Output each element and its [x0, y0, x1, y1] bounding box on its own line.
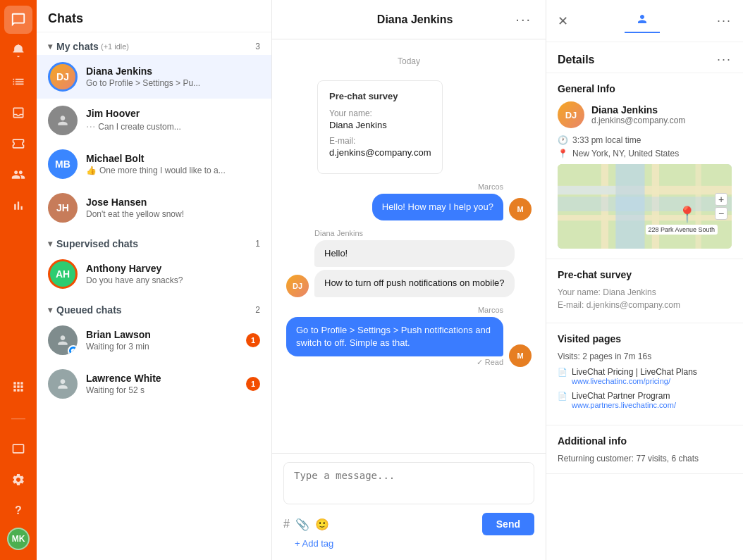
nav-icon-help[interactable]: ?	[4, 497, 32, 525]
avatar	[48, 369, 78, 399]
page-url[interactable]: www.livechatinc.com/pricing/	[572, 377, 697, 385]
tab-details[interactable]	[625, 8, 660, 33]
message-bubble: How to turn off push notifications on mo…	[314, 270, 515, 297]
map-zoom-in[interactable]: +	[715, 193, 727, 206]
left-navigation: — ? MK	[0, 0, 37, 560]
clock-icon: 🕐	[558, 135, 568, 145]
survey-email-value: d.jenkins@company.com	[329, 147, 431, 158]
message-bubble: Go to Profile > Settings > Push notifica…	[286, 317, 503, 356]
chat-input-area: # 📎 🙂 Send + Add tag	[272, 453, 546, 560]
nav-icon-customers[interactable]	[4, 161, 32, 189]
messenger-icon	[68, 345, 78, 355]
user-avatar-chat: DJ	[286, 275, 309, 297]
chat-item-brian[interactable]: Brian Lawson Waiting for 3 min 1	[37, 318, 271, 362]
general-info-section: General Info DJ Diana Jenkins d.jenkins@…	[546, 73, 743, 259]
chat-header-name: Diana Jenkins	[314, 13, 515, 26]
user-email: d.jenkins@company.com	[591, 116, 685, 125]
nav-icon-widget[interactable]	[4, 435, 32, 463]
chat-list: Chats ▾ My chats (+1 idle) 3 DJ Diana Je…	[37, 0, 272, 560]
location: New York, NY, United States	[572, 149, 679, 158]
chat-item-jose[interactable]: JH Jose Hansen Don't eat the yellow snow…	[37, 186, 271, 230]
date-divider: Today	[286, 56, 532, 66]
visited-page-item: 📄 LiveChat Partner Program www.partners.…	[558, 391, 732, 409]
survey-name-label: Your name:	[329, 108, 431, 118]
nav-icon-divider: —	[4, 404, 32, 432]
chat-item-preview: Go to Profile > Settings > Pu...	[86, 78, 260, 88]
additional-info-section: Additional info Returning customer: 77 v…	[546, 425, 743, 474]
survey-title: Pre-chat survey	[329, 91, 431, 101]
visits-count: Visits: 2 pages in 7m 16s	[558, 351, 732, 361]
idle-badge: (+1 idle)	[99, 42, 129, 51]
page-title: LiveChat Partner Program	[572, 391, 676, 401]
message-row: M Marcos Hello! How may I help you?	[286, 182, 532, 220]
unread-badge: 1	[246, 333, 260, 347]
close-button[interactable]: ✕	[558, 13, 568, 29]
chat-main: Diana Jenkins ··· Today Pre-chat survey …	[272, 0, 546, 560]
panel-more-button[interactable]: ···	[717, 13, 732, 28]
add-tag-button[interactable]: + Add tag	[283, 535, 534, 552]
chat-item-preview: Do you have any snacks?	[86, 275, 260, 285]
supervised-chats-label: Supervised chats	[56, 238, 138, 249]
message-sender: Marcos	[372, 182, 503, 191]
message-row: DJ Diana Jenkins Hello! How to turn off …	[286, 229, 532, 297]
agent-avatar: M	[509, 198, 532, 220]
nav-icon-list[interactable]	[4, 68, 32, 96]
panel-title: Details	[558, 54, 594, 66]
my-chats-section-header[interactable]: ▾ My chats (+1 idle) 3	[37, 32, 271, 55]
chat-item-lawrence[interactable]: Lawrence White Waiting for 52 s 1	[37, 362, 271, 406]
message-bubble: Hello!	[314, 240, 515, 267]
avatar: DJ	[48, 62, 78, 92]
chat-item-anthony[interactable]: AH Anthony Harvey Do you have any snacks…	[37, 252, 271, 296]
chat-item-name: Michael Bolt	[86, 153, 260, 164]
survey-section-title: Pre-chat survey	[558, 269, 732, 280]
my-chats-label: My chats	[56, 41, 99, 52]
nav-icon-alerts[interactable]	[4, 37, 32, 65]
panel-details-more[interactable]: ···	[717, 52, 732, 67]
visited-pages-section: Visited pages Visits: 2 pages in 7m 16s …	[546, 323, 743, 425]
nav-icon-tickets[interactable]	[4, 130, 32, 158]
message-input[interactable]	[283, 462, 534, 504]
user-name: Diana Jenkins	[591, 104, 685, 116]
page-url[interactable]: www.partners.livechatinc.com/	[572, 401, 676, 409]
nav-icon-settings[interactable]	[4, 466, 32, 494]
svg-rect-7	[558, 197, 732, 211]
nav-icon-chats[interactable]	[4, 6, 32, 34]
chat-item-michael[interactable]: MB Michael Bolt 👍 One more thing I would…	[37, 142, 271, 186]
survey-email-label: E-mail:	[329, 136, 431, 146]
chat-item-preview: ··· Can I create custom...	[86, 120, 260, 133]
nav-icon-inbox[interactable]	[4, 99, 32, 127]
chat-more-button[interactable]: ···	[515, 11, 532, 27]
map-widget[interactable]: 📍 228 Park Avenue South + −	[558, 164, 732, 249]
chat-item-name: Lawrence White	[86, 373, 238, 384]
chevron-down-icon: ▾	[48, 239, 52, 249]
location-icon: 📍	[558, 149, 568, 158]
supervised-chats-section-header[interactable]: ▾ Supervised chats 1	[37, 230, 271, 252]
chat-messages: Today Pre-chat survey Your name: Diana J…	[272, 39, 546, 453]
visited-pages-title: Visited pages	[558, 333, 732, 344]
chat-item-preview: Waiting for 3 min	[86, 342, 238, 351]
emoji-icon[interactable]: 🙂	[315, 518, 329, 531]
chat-item-jim[interactable]: Jim Hoover ··· Can I create custom...	[37, 99, 271, 142]
nav-icon-analytics[interactable]	[4, 192, 32, 220]
send-button[interactable]: Send	[482, 513, 534, 535]
map-zoom-out[interactable]: −	[715, 207, 727, 220]
attachment-icon[interactable]: 📎	[295, 518, 309, 531]
message-sender: Marcos	[286, 306, 503, 314]
hashtag-icon[interactable]: #	[283, 518, 290, 530]
message-bubble: Hello! How may I help you?	[372, 194, 503, 220]
avatar	[48, 106, 78, 135]
page-title: LiveChat Pricing | LiveChat Plans	[572, 367, 697, 377]
survey-email-row: E-mail: d.jenkins@company.com	[558, 300, 732, 310]
nav-icon-apps[interactable]	[4, 373, 32, 401]
chat-item-diana[interactable]: DJ Diana Jenkins Go to Profile > Setting…	[37, 55, 271, 99]
map-pin-icon: 📍	[677, 206, 696, 224]
avatar	[48, 325, 78, 355]
additional-info-text: Returning customer: 77 visits, 6 chats	[558, 454, 732, 463]
survey-card: Pre-chat survey Your name: Diana Jenkins…	[317, 80, 443, 174]
page-icon: 📄	[558, 368, 567, 377]
queued-chats-section-header[interactable]: ▾ Queued chats 2	[37, 296, 271, 318]
user-avatar[interactable]: MK	[7, 528, 30, 550]
user-avatar-panel: DJ	[558, 101, 584, 128]
visited-page-item: 📄 LiveChat Pricing | LiveChat Plans www.…	[558, 367, 732, 385]
read-status: ✓ Read	[286, 358, 503, 367]
